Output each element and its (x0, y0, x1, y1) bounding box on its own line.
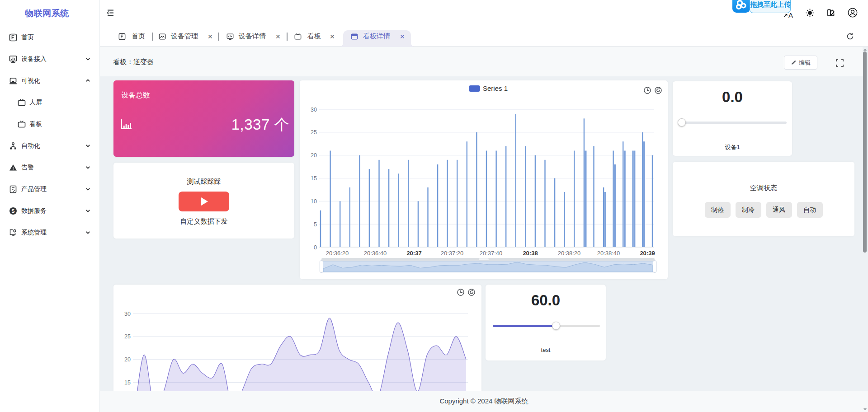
svg-text:15: 15 (311, 175, 317, 182)
svg-text:20:38:40: 20:38:40 (597, 250, 620, 257)
svg-text:30: 30 (124, 311, 131, 317)
svg-text:0: 0 (314, 244, 317, 251)
svg-text:5: 5 (314, 221, 317, 228)
svg-text:15: 15 (124, 379, 131, 386)
svg-text:10: 10 (311, 198, 317, 205)
svg-text:Series 1: Series 1 (483, 84, 508, 92)
svg-text:20:39: 20:39 (640, 250, 655, 257)
svg-text:20:36:20: 20:36:20 (326, 250, 349, 257)
svg-text:20:37: 20:37 (406, 250, 421, 257)
svg-text:20:38:20: 20:38:20 (558, 250, 581, 257)
svg-text:25: 25 (311, 129, 317, 136)
svg-text:20:36:40: 20:36:40 (364, 250, 387, 257)
svg-text:S: S (11, 208, 14, 214)
svg-text:20: 20 (124, 356, 131, 363)
svg-text:30: 30 (311, 107, 317, 113)
svg-text:20:37:20: 20:37:20 (441, 250, 464, 257)
svg-text:20: 20 (311, 152, 317, 159)
svg-text:20:38: 20:38 (523, 250, 538, 257)
svg-text:25: 25 (124, 333, 131, 340)
svg-text:20:37:40: 20:37:40 (480, 250, 503, 257)
